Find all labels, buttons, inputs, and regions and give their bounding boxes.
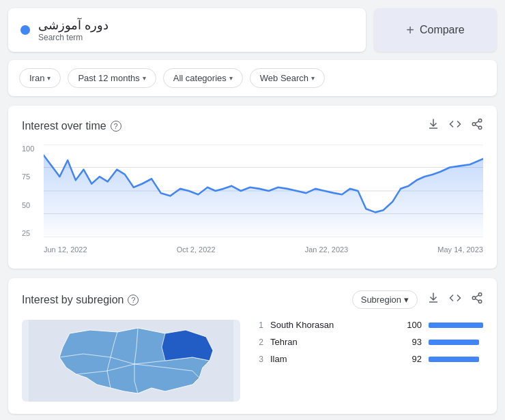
download-region-icon[interactable] bbox=[427, 292, 439, 308]
share-region-icon[interactable] bbox=[471, 292, 483, 308]
region-value-3: 92 bbox=[403, 354, 422, 364]
help-icon[interactable]: ? bbox=[111, 121, 121, 132]
x-label-3: Jan 22, 2023 bbox=[305, 245, 349, 254]
svg-line-13 bbox=[475, 299, 478, 301]
chevron-down-icon: ▾ bbox=[311, 74, 315, 82]
region-title-text: Interest by subregion bbox=[22, 294, 124, 306]
chevron-down-icon: ▾ bbox=[229, 74, 233, 82]
chart-y-labels: 100 75 50 25 bbox=[22, 145, 42, 237]
region-value-1: 100 bbox=[403, 320, 422, 330]
region-item-2: 2 Tehran 93 bbox=[254, 337, 483, 347]
region-actions: Subregion ▾ bbox=[352, 290, 483, 309]
y-label-25: 25 bbox=[22, 229, 42, 237]
chart-title-text: Interest over time bbox=[22, 120, 106, 132]
search-term-label: Search term bbox=[38, 33, 109, 42]
filter-country[interactable]: Iran ▾ bbox=[19, 68, 61, 88]
iran-map bbox=[22, 320, 240, 402]
chart-title: Interest over time ? bbox=[22, 120, 121, 132]
filter-category[interactable]: All categories ▾ bbox=[163, 68, 243, 88]
y-label-75: 75 bbox=[22, 172, 42, 181]
region-name-3: Ilam bbox=[270, 354, 396, 364]
y-label-100: 100 bbox=[22, 145, 42, 153]
x-label-1: Jun 12, 2022 bbox=[44, 245, 87, 254]
svg-line-4 bbox=[475, 121, 478, 123]
compare-plus-icon: + bbox=[406, 22, 414, 38]
region-rank-2: 2 bbox=[254, 338, 263, 347]
chart-actions bbox=[427, 118, 483, 134]
embed-icon[interactable] bbox=[449, 118, 461, 134]
filter-row: Iran ▾ Past 12 months ▾ All categories ▾… bbox=[8, 60, 497, 96]
help-icon-region[interactable]: ? bbox=[128, 295, 139, 305]
svg-point-0 bbox=[478, 119, 482, 123]
chart-svg bbox=[44, 145, 483, 237]
filter-country-label: Iran bbox=[29, 73, 44, 83]
region-title: Interest by subregion ? bbox=[22, 294, 139, 306]
region-bar-2 bbox=[429, 340, 479, 345]
chart-x-labels: Jun 12, 2022 Oct 2, 2022 Jan 22, 2023 Ma… bbox=[44, 245, 483, 254]
x-label-4: May 14, 2023 bbox=[437, 245, 483, 254]
search-term-value: دوره آموزشی bbox=[38, 18, 109, 33]
svg-point-11 bbox=[472, 297, 476, 300]
region-bar-1 bbox=[429, 322, 483, 328]
compare-button[interactable]: + Compare bbox=[374, 8, 497, 52]
chart-area: 100 75 50 25 bbox=[22, 145, 483, 254]
chevron-down-icon: ▾ bbox=[404, 295, 409, 305]
subregion-label: Subregion bbox=[361, 295, 401, 305]
subregion-button[interactable]: Subregion ▾ bbox=[352, 290, 418, 309]
download-icon[interactable] bbox=[427, 118, 439, 134]
search-term-card: دوره آموزشی Search term bbox=[8, 8, 366, 52]
filter-search-type[interactable]: Web Search ▾ bbox=[250, 68, 325, 88]
svg-point-10 bbox=[478, 293, 482, 297]
region-list: 1 South Khorasan 100 2 Tehran 93 3 bbox=[254, 320, 483, 402]
region-bar-bg-2 bbox=[429, 340, 483, 345]
region-rank-3: 3 bbox=[254, 355, 263, 364]
region-value-2: 93 bbox=[403, 337, 422, 347]
x-label-2: Oct 2, 2022 bbox=[177, 245, 216, 254]
region-rank-1: 1 bbox=[254, 320, 263, 330]
interest-by-subregion-card: Interest by subregion ? Subregion ▾ bbox=[8, 278, 497, 414]
embed-region-icon[interactable] bbox=[449, 292, 461, 308]
region-name-2: Tehran bbox=[270, 337, 396, 347]
svg-point-12 bbox=[478, 300, 482, 303]
compare-label: Compare bbox=[420, 24, 465, 36]
svg-line-14 bbox=[475, 295, 478, 297]
svg-line-3 bbox=[475, 125, 478, 127]
chevron-down-icon: ▾ bbox=[143, 74, 146, 82]
y-label-50: 50 bbox=[22, 201, 42, 209]
region-bar-bg-1 bbox=[429, 322, 483, 328]
share-icon[interactable] bbox=[471, 118, 483, 134]
filter-timeframe-label: Past 12 months bbox=[78, 73, 139, 83]
region-bar-bg-3 bbox=[429, 357, 483, 362]
svg-point-1 bbox=[472, 123, 476, 126]
region-content: 1 South Khorasan 100 2 Tehran 93 3 bbox=[22, 320, 483, 402]
region-name-1: South Khorasan bbox=[270, 320, 396, 330]
chevron-down-icon: ▾ bbox=[47, 74, 50, 82]
region-bar-3 bbox=[429, 357, 479, 362]
interest-over-time-card: Interest over time ? 100 75 50 25 bbox=[8, 106, 497, 269]
region-item-1: 1 South Khorasan 100 bbox=[254, 320, 483, 330]
search-term-dot bbox=[20, 25, 30, 35]
filter-search-type-label: Web Search bbox=[260, 73, 308, 83]
filter-timeframe[interactable]: Past 12 months ▾ bbox=[68, 68, 156, 88]
filter-category-label: All categories bbox=[173, 73, 227, 83]
svg-point-2 bbox=[478, 126, 482, 130]
region-item-3: 3 Ilam 92 bbox=[254, 354, 483, 364]
